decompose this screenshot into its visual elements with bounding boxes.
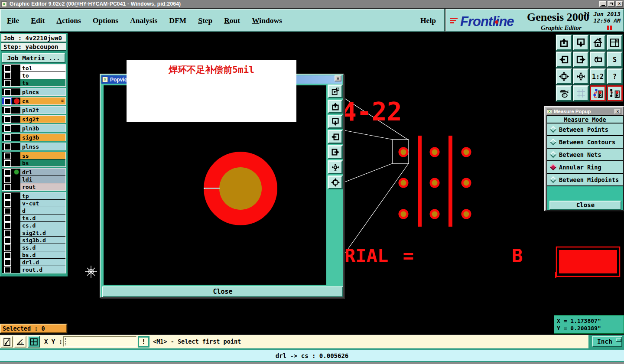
layer-checkbox[interactable]	[2, 237, 13, 244]
popview-close-icon[interactable]: ×	[335, 75, 341, 81]
layer-row-sig3b-d[interactable]: sig3b.d	[2, 237, 65, 244]
layer-row-pln2t[interactable]: pln2t	[2, 107, 65, 114]
job-matrix-button[interactable]: Job Matrix ...	[2, 53, 65, 63]
menu-actions[interactable]: Actions	[56, 16, 81, 25]
layer-checkbox[interactable]	[2, 222, 13, 229]
layer-row-rout-d[interactable]: rout.d	[2, 266, 65, 273]
expand-icon[interactable]: ⊞	[61, 99, 64, 103]
layer-row-bs-d[interactable]: bs.d	[2, 251, 65, 258]
pad[interactable]	[462, 178, 471, 188]
layer-row-rout[interactable]: rout	[2, 183, 65, 190]
layer-checkbox[interactable]	[2, 79, 13, 86]
layer-name[interactable]: d	[20, 207, 65, 214]
measure-close-button[interactable]: Close	[549, 201, 621, 210]
layer-name[interactable]: drl	[20, 169, 65, 176]
layer-checkbox[interactable]	[2, 169, 13, 176]
pane-toggle-button[interactable]	[28, 336, 40, 348]
pad[interactable]	[462, 147, 471, 157]
popview-close-button[interactable]: Close	[102, 286, 343, 297]
popview-pan-right-button[interactable]	[328, 145, 343, 159]
layer-checkbox[interactable]	[2, 152, 13, 159]
menu-windows[interactable]: Windows	[252, 16, 282, 25]
layer-row-cs-d[interactable]: cs.d	[2, 222, 65, 229]
layer-name[interactable]: rout.d	[20, 266, 65, 273]
layer-row-drl-d[interactable]: drl.d	[2, 259, 65, 266]
layer-name[interactable]: plncs	[20, 88, 65, 95]
menu-analysis[interactable]: Analysis	[130, 16, 157, 25]
layer-row-ss-d[interactable]: ss.d	[2, 244, 65, 251]
minimize-button[interactable]	[599, 1, 607, 7]
layer-checkbox[interactable]	[2, 159, 13, 166]
menu-step[interactable]: Step	[198, 16, 212, 25]
layer-row-tol[interactable]: tol	[2, 65, 65, 72]
layer-checkbox[interactable]	[2, 116, 13, 123]
layer-name[interactable]: ss	[20, 152, 65, 159]
layer-name[interactable]: tp	[20, 192, 65, 199]
layer-checkbox[interactable]	[2, 88, 13, 95]
layer-row-ss[interactable]: ss	[2, 152, 65, 159]
layer-name[interactable]: tol	[20, 65, 65, 72]
layer-row-drl[interactable]: drl	[2, 169, 65, 176]
pad[interactable]	[430, 209, 440, 219]
layer-checkbox[interactable]	[2, 207, 13, 214]
layer-row-sig2t[interactable]: sig2t	[2, 116, 65, 123]
pad[interactable]	[399, 147, 409, 157]
menu-edit[interactable]: Edit	[31, 16, 45, 25]
layer-checkbox[interactable]	[2, 259, 13, 266]
trace-bar[interactable]	[418, 136, 422, 227]
layer-row-vcut[interactable]: v-cut	[2, 200, 65, 207]
layer-checkbox[interactable]	[2, 251, 13, 258]
layer-row-to[interactable]: to	[2, 72, 65, 79]
layer-checkbox[interactable]	[2, 244, 13, 251]
layer-checkbox[interactable]	[2, 266, 13, 273]
popview-pan-up-button[interactable]	[328, 100, 343, 114]
layer-row-pln3b[interactable]: pln3b	[2, 125, 65, 132]
layer-name[interactable]: pln2t	[20, 107, 65, 114]
layer-name[interactable]: cs	[20, 98, 65, 104]
menu-rout[interactable]: Rout	[224, 16, 240, 25]
menu-file[interactable]: File	[7, 16, 19, 25]
layer-name[interactable]: sig3b	[20, 134, 65, 141]
layer-row-tp[interactable]: tp	[2, 192, 65, 199]
layer-row-cs-active[interactable]: cs⊞	[2, 98, 65, 104]
layer-checkbox[interactable]	[2, 134, 13, 141]
layer-row-plnss[interactable]: plnss	[2, 143, 65, 150]
layer-checkbox[interactable]	[2, 200, 13, 207]
layer-name[interactable]: bs.d	[20, 251, 65, 258]
layer-name[interactable]: bs	[20, 159, 65, 166]
alert-button[interactable]: !	[138, 336, 150, 348]
layer-row-ts-d[interactable]: ts.d	[2, 214, 65, 221]
layer-row-plncs[interactable]: plncs	[2, 88, 65, 95]
pad[interactable]	[462, 209, 471, 219]
pad[interactable]	[430, 147, 440, 157]
layer-row-ts[interactable]: ts	[2, 79, 65, 86]
layer-row-bs[interactable]: bs	[2, 159, 65, 166]
layer-checkbox[interactable]	[2, 176, 13, 183]
layer-name[interactable]: sig2t.d	[20, 229, 65, 236]
window-titlebar[interactable]: × Graphic Editor 9.02c2 (00@HY-HYCAM-PC0…	[0, 0, 624, 8]
layer-name[interactable]: v-cut	[20, 200, 65, 207]
pad[interactable]	[399, 178, 409, 188]
close-button[interactable]: ×	[616, 1, 623, 7]
restore-button[interactable]	[608, 1, 615, 7]
layer-checkbox[interactable]	[2, 98, 13, 104]
layer-name[interactable]: rout	[20, 183, 65, 190]
trace-bar[interactable]	[448, 136, 452, 227]
angle-tool-button[interactable]	[14, 336, 26, 348]
layer-row-sig2t-d[interactable]: sig2t.d	[2, 229, 65, 236]
layer-name[interactable]: ts	[20, 79, 65, 86]
measure-option-between-nets[interactable]: Between Nets	[547, 149, 623, 161]
layer-name[interactable]: sig2t	[20, 116, 65, 123]
layer-name[interactable]: sig3b.d	[20, 237, 65, 244]
popview-zoom-fit-button[interactable]	[328, 176, 343, 189]
layer-row-d[interactable]: d	[2, 207, 65, 214]
pause-indicator-icon[interactable]	[607, 26, 612, 30]
layer-checkbox[interactable]	[2, 107, 13, 114]
layer-name[interactable]: ldi	[20, 176, 65, 183]
layer-checkbox[interactable]	[2, 125, 13, 132]
layer-row-sig3b[interactable]: sig3b	[2, 134, 65, 141]
popview-zoom-in-button[interactable]	[328, 160, 343, 174]
measure-close-icon[interactable]: ×	[614, 109, 621, 114]
layer-name[interactable]: plnss	[20, 143, 65, 150]
layer-checkbox[interactable]	[2, 192, 13, 199]
